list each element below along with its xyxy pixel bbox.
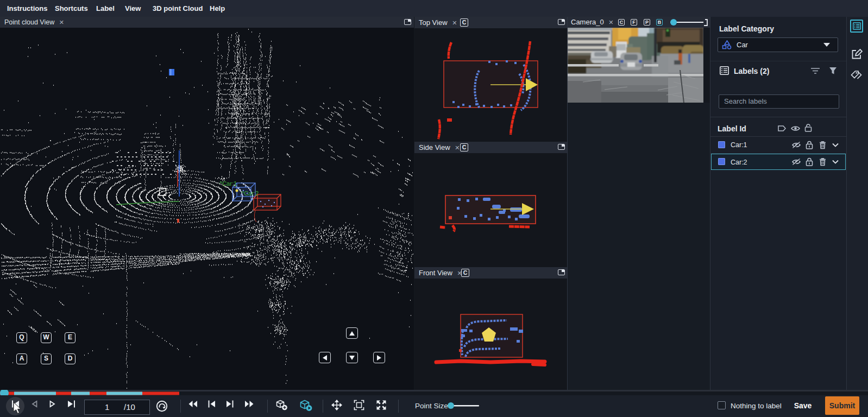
svg-text:^Car:1: ^Car:1: [219, 180, 237, 187]
